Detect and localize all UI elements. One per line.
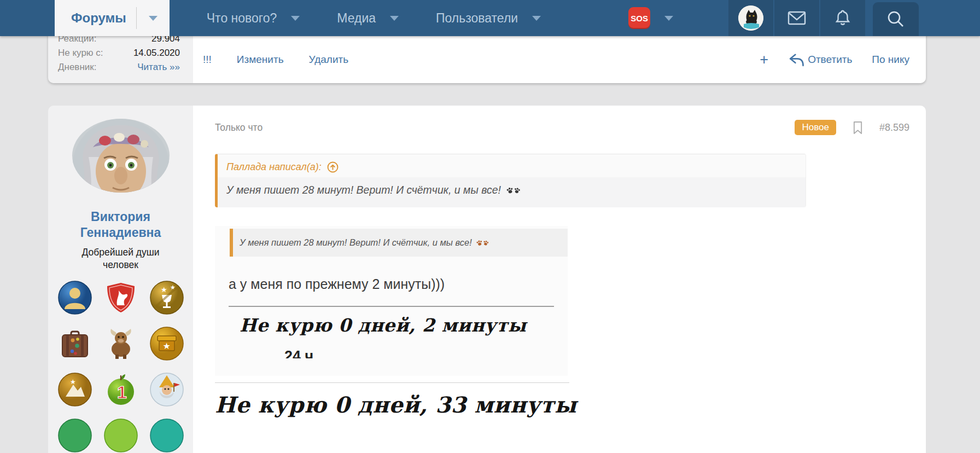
- award-badges-grid: ★ ★: [57, 280, 184, 453]
- svg-text:★: ★: [70, 378, 76, 386]
- author-avatar[interactable]: [72, 119, 170, 193]
- svg-text:★: ★: [162, 341, 170, 351]
- sos-icon: SOS: [628, 7, 650, 29]
- apple-badge-icon[interactable]: [103, 418, 138, 453]
- quote-attribution-link[interactable]: Паллада написал(а):: [226, 161, 322, 173]
- signature-counter-image[interactable]: Не курю 0 дней, 33 минуты: [215, 383, 909, 417]
- quote-header: Паллада написал(а):: [218, 154, 806, 177]
- edit-button[interactable]: Изменить: [237, 54, 284, 66]
- account-button[interactable]: [728, 0, 773, 36]
- suitcase-badge-icon[interactable]: [57, 326, 92, 361]
- report-button[interactable]: !!!: [203, 54, 212, 66]
- post-header: Только что Новое #8.599: [215, 120, 909, 135]
- bookmark-icon[interactable]: [853, 121, 863, 135]
- new-post-badge: Новое: [795, 120, 836, 135]
- quote-by-nick-button[interactable]: По нику: [872, 54, 909, 66]
- shield-horse-badge-icon[interactable]: [103, 280, 138, 315]
- bull-badge-icon[interactable]: [103, 326, 138, 361]
- quote-body: У меня пишет 28 минут! Верит! И счётчик,…: [218, 177, 806, 207]
- screenshot-quote-text: У меня пишет 28 минут! Верит! И счётчик,…: [240, 237, 472, 248]
- alerts-button[interactable]: [820, 0, 865, 36]
- author-custom-title: Добрейшей души человек: [67, 246, 174, 271]
- screenshot-cropped-text: 24 ч: [284, 348, 568, 358]
- reply-actions: + Ответить По нику: [760, 53, 909, 67]
- nav-item-sos[interactable]: SOS: [628, 0, 673, 36]
- gnome-badge-icon[interactable]: [149, 372, 184, 407]
- teal-badge-icon[interactable]: [149, 418, 184, 453]
- gold-chest-badge-icon[interactable]: ★: [149, 326, 184, 361]
- nav-item-members[interactable]: Пользователи: [436, 0, 541, 36]
- reply-button[interactable]: Ответить: [788, 53, 852, 67]
- chevron-down-icon: [291, 16, 300, 21]
- nav-item-label: Что нового?: [207, 11, 277, 26]
- post-header-right: Новое #8.599: [795, 120, 909, 135]
- nav-icon-cluster: [727, 0, 980, 36]
- screenshot-divider: [229, 306, 554, 307]
- tab-forums-dropdown[interactable]: [137, 16, 170, 21]
- reply-button-label: Ответить: [808, 54, 852, 66]
- screenshot-reply-text: а у меня по прежнему 2 минуты))): [229, 276, 568, 292]
- black-cat-avatar-icon: [738, 5, 763, 31]
- tab-forums[interactable]: Форумы: [55, 0, 170, 36]
- mail-icon: [788, 10, 806, 26]
- doll-avatar-image: [72, 119, 170, 193]
- quote-text: У меня пишет 28 минут! Верит! И счётчик,…: [226, 184, 501, 196]
- reply-arrow-icon: [788, 53, 804, 67]
- post-actions-row: !!! Изменить Удалить + Ответить По нику: [203, 53, 909, 67]
- nav-item-label: Медиа: [337, 11, 376, 26]
- chevron-down-icon: [149, 16, 158, 21]
- nav-item-whats-new[interactable]: Что нового?: [207, 0, 300, 36]
- mountain-star-badge-icon[interactable]: ★: [57, 372, 92, 407]
- nav-item-media[interactable]: Медиа: [337, 0, 399, 36]
- multiquote-button[interactable]: +: [760, 54, 768, 65]
- search-button[interactable]: [873, 2, 919, 36]
- chevron-down-icon: [664, 16, 673, 21]
- svg-text:1: 1: [117, 382, 127, 402]
- paw-prints-icon: [476, 237, 489, 248]
- paw-prints-icon: [506, 184, 521, 196]
- jump-to-source-icon[interactable]: [327, 161, 339, 173]
- stat-row-diary: Дневник: Читать »»: [58, 60, 180, 74]
- nav-item-label: Пользователи: [436, 11, 518, 26]
- chevron-down-icon: [532, 16, 541, 21]
- post-content: Только что Новое #8.599 Паллада написал(…: [193, 106, 926, 453]
- apple-1-badge-icon[interactable]: 1: [103, 372, 138, 407]
- author-name-link[interactable]: Виктория Геннадиевна: [67, 209, 174, 241]
- green-badge-icon[interactable]: [57, 418, 92, 453]
- svg-text:★: ★: [161, 286, 167, 294]
- moderation-actions: !!! Изменить Удалить: [203, 54, 348, 66]
- post-timestamp-link[interactable]: Только что: [215, 122, 262, 133]
- user-avatar: [738, 5, 763, 31]
- chevron-down-icon: [390, 16, 399, 21]
- screenshot-counter-text: Не курю 0 дней, 2 минуты: [240, 315, 568, 336]
- user-badge-icon[interactable]: [57, 280, 92, 315]
- bell-icon: [834, 9, 851, 27]
- top-navigation: Форумы Что нового? Медиа Пользователи SO…: [0, 0, 980, 36]
- tab-forums-label: Форумы: [71, 10, 136, 26]
- quote-block: Паллада написал(а): У меня пишет 28 мину…: [215, 154, 806, 207]
- goblet-stars-badge-icon[interactable]: ★ ★: [149, 280, 184, 315]
- author-panel: Виктория Геннадиевна Добрейшей души чело…: [48, 106, 193, 453]
- forum-thread-page: Форумы Что нового? Медиа Пользователи SO…: [0, 0, 980, 453]
- delete-button[interactable]: Удалить: [309, 54, 349, 66]
- inbox-button[interactable]: [774, 0, 819, 36]
- stat-row-quit-date: Не курю с: 14.05.2020: [58, 46, 180, 60]
- post-number-link[interactable]: #8.599: [879, 122, 909, 133]
- embedded-screenshot-image[interactable]: У меня пишет 28 минут! Верит! И счётчик,…: [215, 226, 568, 376]
- search-icon: [886, 9, 906, 29]
- screenshot-quote: У меня пишет 28 минут! Верит! И счётчик,…: [230, 229, 568, 257]
- current-post-card: Виктория Геннадиевна Добрейшей души чело…: [48, 106, 926, 453]
- diary-read-link[interactable]: Читать »»: [137, 60, 180, 74]
